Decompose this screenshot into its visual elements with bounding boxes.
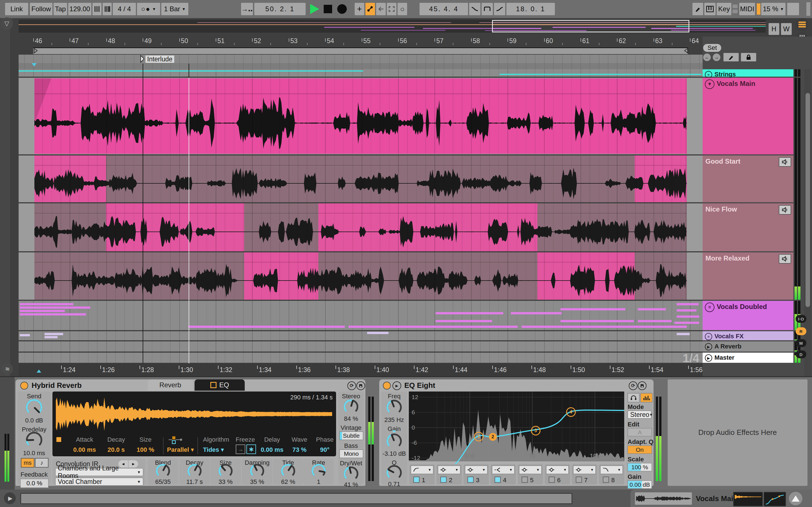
decay-knob[interactable] [186,463,203,479]
audition-band-button[interactable] [627,393,640,402]
audition-take-button[interactable] [779,157,791,167]
loop-start-field[interactable]: 45. 4. 4 [419,3,468,15]
set-locator-button[interactable]: Set [703,44,721,52]
computer-midi-keyboard-button[interactable] [704,3,716,15]
ir-size_top-value[interactable]: 100 % [126,446,165,453]
stereo-knob[interactable] [343,398,359,415]
predelay-sync-toggle[interactable]: ♪ [35,458,49,467]
freeze-in-button[interactable]: → [236,445,245,454]
audition-take-button[interactable] [779,254,791,264]
eq-band-2-filter-select[interactable]: ▼ [438,466,460,474]
scrollbar-thumb[interactable] [806,93,810,307]
eq-band-1-enable-checkbox[interactable] [413,476,419,483]
mixer-section-toggle-D[interactable]: D [796,350,806,358]
metronome-button[interactable]: ○●▼ [137,3,160,15]
adapt-q-toggle[interactable]: On [627,446,652,454]
ir-category-select[interactable]: Chambers and Large Rooms▼ [55,468,143,476]
time-ruler[interactable] [18,363,703,376]
arrangement-menu-button[interactable] [796,18,809,31]
algorithm-selector[interactable]: Tides ▾ [203,446,224,453]
eq-band-5-enable-checkbox[interactable] [522,476,528,483]
mixer-section-toggle-R[interactable]: R [796,327,806,335]
tap-tempo-button[interactable]: Tap [54,3,67,15]
device-thumbnail-hybrid-reverb[interactable] [733,492,763,506]
insert-marker[interactable] [32,63,37,66]
predelay-ms-toggle[interactable]: ms [21,458,35,467]
nudge-up-button[interactable] [103,3,112,15]
draw-automation-button[interactable] [723,53,739,61]
close-arrangement-overview-button[interactable]: ▽ [1,17,13,30]
spectrum-analyzer-button[interactable] [641,393,652,402]
next-locator-button[interactable]: → [713,54,720,61]
eq-band-6-enable-checkbox[interactable] [549,476,555,483]
send-knob[interactable] [25,398,43,416]
audition-take-button[interactable] [779,205,791,215]
midi-map-button[interactable]: MIDI [739,3,755,15]
punch-in-button[interactable] [469,3,480,15]
eq-band-node-2[interactable]: 2 [489,433,497,441]
track-header-a-reverb[interactable]: ▶A Reverb [703,341,794,351]
tab-eq[interactable]: EQ [195,379,245,391]
eq-band-7-enable-checkbox[interactable] [576,476,582,483]
scale-field[interactable]: 100 % [627,463,652,471]
eq-band-7-filter-select[interactable]: ▼ [573,466,596,474]
loop-switch-button[interactable] [481,3,493,15]
rate-knob[interactable] [310,463,327,479]
link-button[interactable]: Link [5,3,28,15]
feedback-field[interactable]: 0.0 % [20,479,49,488]
dry-wet-knob[interactable] [343,465,359,482]
save-preset-icon[interactable] [638,381,647,390]
eq-band-4-filter-select[interactable]: ▼ [492,466,515,474]
follow-playback-button[interactable]: →‥ [241,3,253,15]
draw-mode-button[interactable] [693,3,703,15]
reenable-automation-button[interactable] [376,3,386,15]
eq-band-8-filter-select[interactable]: ▼ [600,466,623,474]
eq-band-node-3[interactable]: 3 [531,426,541,436]
eq-band-4-enable-checkbox[interactable] [495,476,501,483]
stop-button[interactable] [324,5,332,13]
track-header-master[interactable]: ▶Master [703,353,794,363]
damping-knob[interactable] [249,463,265,479]
mode-select[interactable]: Stereo▼ [627,411,651,418]
tide-knob[interactable] [280,463,296,479]
automation-arm-button[interactable] [365,3,375,15]
routing-selector[interactable]: Parallel ▾ [161,446,200,453]
eq-band-6-filter-select[interactable]: ▼ [546,466,569,474]
eq-band-node-1[interactable]: 1 [474,432,484,441]
lock-envelopes-button[interactable] [741,53,756,61]
punch-out-button[interactable] [494,3,505,15]
predelay-knob[interactable] [25,431,43,449]
bass-mono-select[interactable]: Mono [340,450,363,458]
clip-width-button[interactable]: W [781,23,792,35]
show-time-ruler-button[interactable]: ≈ [2,363,13,375]
loop-length-field[interactable]: 18. 0. 1 [506,3,555,15]
track-header-vocals-fx[interactable]: ≡Vocals FX [703,331,794,340]
clip-height-button[interactable]: H [769,23,779,35]
overdub-button[interactable]: + [355,3,364,15]
mixer-section-toggle-M[interactable]: M [796,339,806,347]
key-map-button[interactable]: Key [717,3,731,15]
eq-band-3-filter-select[interactable]: ▼ [465,466,488,474]
eq-band-node-4[interactable]: 4 [566,407,576,417]
capture-midi-button[interactable]: ○ [398,3,407,15]
track-header-vocals-doubled[interactable]: ≡Vocals Doubled [703,301,794,330]
follow-button[interactable]: Follow [30,3,52,15]
overload-indicator[interactable] [787,3,799,15]
blend-knob[interactable] [155,463,171,479]
arrangement-position-field[interactable]: 50. 2. 1 [254,3,306,15]
tab-reverb[interactable]: Reverb [148,379,193,391]
eq-band-2-enable-checkbox[interactable] [441,476,447,483]
clip-preview-thumbnail[interactable] [635,492,692,505]
overview-viewport[interactable] [492,20,689,33]
prev-locator-button[interactable]: ← [703,54,711,61]
tempo-field[interactable]: 129.00 [68,3,91,15]
time-signature-field[interactable]: 4 / 4 [113,3,136,15]
vintage-select[interactable]: Subtle [340,432,363,440]
output-gain-field[interactable]: 0.00 dB [627,481,652,489]
device-on-led[interactable] [383,382,391,390]
eq-band-8-enable-checkbox[interactable] [603,476,609,483]
track-header-strings[interactable]: ≡Strings [703,69,794,76]
device-thumbnail-eq-eight[interactable] [763,492,786,506]
ir-file-select[interactable]: Vocal Chamber▼ [55,478,143,486]
save-preset-icon[interactable] [356,381,365,390]
